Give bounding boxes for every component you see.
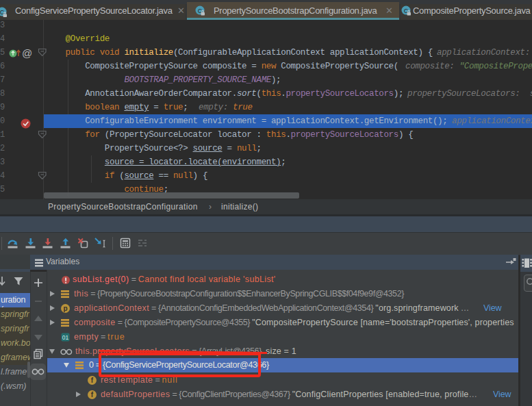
svg-text:01: 01 bbox=[62, 334, 69, 341]
svg-text:p: p bbox=[63, 305, 67, 312]
